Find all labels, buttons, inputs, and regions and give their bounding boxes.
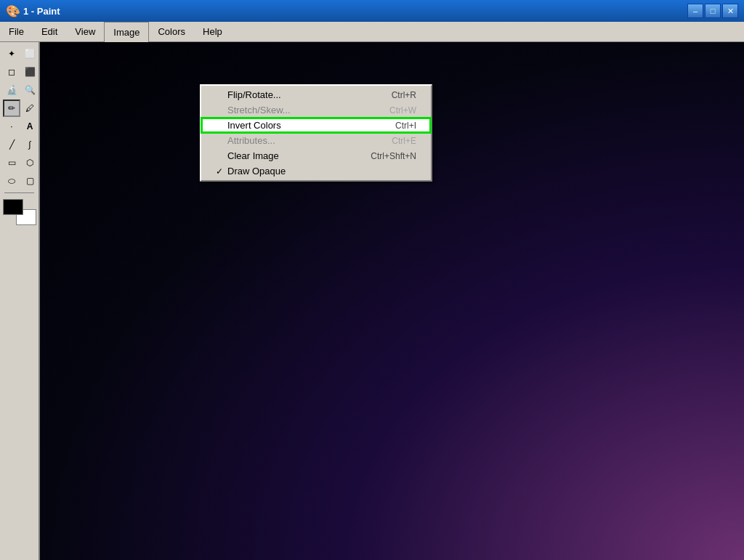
close-button[interactable]: ✕ [722, 4, 738, 18]
tool-ellipse[interactable]: ⬭ [3, 172, 20, 190]
invert-colors-shortcut: Ctrl+I [395, 121, 416, 131]
app-icon: 🎨 [6, 4, 19, 17]
tool-rect[interactable]: ▭ [3, 154, 20, 171]
menu-item-attributes[interactable]: Attributes... Ctrl+E [201, 133, 431, 148]
draw-opaque-label: Draw Opaque [227, 166, 395, 176]
menu-edit[interactable]: Edit [33, 22, 66, 41]
tool-curve[interactable]: ∫ [21, 136, 39, 153]
menu-bar: File Edit View Image Colors Help [0, 22, 744, 42]
tool-fill[interactable]: ⬛ [21, 63, 39, 81]
menu-item-stretch-skew[interactable]: Stretch/Skew... Ctrl+W [201, 102, 431, 118]
tool-magnify[interactable]: 🔍 [21, 81, 39, 99]
tool-spray[interactable]: · [3, 118, 20, 135]
attributes-label: Attributes... [227, 135, 370, 146]
invert-colors-label: Invert Colors [227, 120, 373, 131]
tool-select-free[interactable]: ✦ [3, 45, 20, 62]
menu-item-draw-opaque[interactable]: ✓ Draw Opaque [201, 163, 431, 179]
tool-rounded-rect[interactable]: ▢ [21, 172, 39, 190]
tool-eyedropper[interactable]: 🔬 [3, 81, 20, 99]
menu-item-flip-rotate[interactable]: Flip/Rotate... Ctrl+R [201, 87, 431, 102]
title-bar-text: 1 - Paint [23, 6, 683, 17]
tool-brush[interactable]: 🖊 [21, 100, 39, 117]
tool-eraser[interactable]: ◻ [3, 63, 20, 81]
image-dropdown-menu: Flip/Rotate... Ctrl+R Stretch/Skew... Ct… [200, 84, 432, 182]
menu-file[interactable]: File [0, 22, 33, 41]
menu-help[interactable]: Help [194, 22, 231, 41]
clear-image-label: Clear Image [227, 150, 349, 161]
canvas-area[interactable]: Flip/Rotate... Ctrl+R Stretch/Skew... Ct… [40, 42, 744, 560]
flip-rotate-shortcut: Ctrl+R [392, 90, 416, 100]
tool-text[interactable]: A [21, 118, 39, 135]
minimize-button[interactable]: – [687, 4, 703, 18]
toolbar: ✦ ⬜ ◻ ⬛ 🔬 🔍 ✏ 🖊 · A ╱ ∫ ▭ ⬡ ⬭ ▢ [0, 42, 40, 560]
toolbar-divider [4, 192, 34, 193]
window-controls: – □ ✕ [687, 4, 738, 18]
maximize-button[interactable]: □ [705, 4, 721, 18]
check-draw-opaque: ✓ [216, 166, 227, 176]
tool-select-rect[interactable]: ⬜ [21, 45, 39, 62]
tool-pencil[interactable]: ✏ [3, 100, 20, 117]
menu-view[interactable]: View [66, 22, 104, 41]
tool-line[interactable]: ╱ [3, 136, 20, 153]
tool-grid: ✦ ⬜ ◻ ⬛ 🔬 🔍 ✏ 🖊 · A ╱ ∫ ▭ ⬡ ⬭ ▢ [3, 45, 36, 190]
flip-rotate-label: Flip/Rotate... [227, 89, 370, 100]
title-bar: 🎨 1 - Paint – □ ✕ [0, 0, 744, 22]
menu-item-invert-colors[interactable]: Invert Colors Ctrl+I [201, 118, 431, 133]
stretch-skew-label: Stretch/Skew... [227, 105, 368, 115]
menu-item-clear-image[interactable]: Clear Image Ctrl+Shft+N [201, 148, 431, 163]
color-preview [3, 199, 36, 225]
app-container: ✦ ⬜ ◻ ⬛ 🔬 🔍 ✏ 🖊 · A ╱ ∫ ▭ ⬡ ⬭ ▢ [0, 42, 744, 560]
foreground-color[interactable] [3, 199, 23, 215]
menu-image[interactable]: Image [104, 22, 149, 42]
menu-colors[interactable]: Colors [149, 22, 194, 41]
clear-image-shortcut: Ctrl+Shft+N [371, 151, 416, 161]
tool-polygon[interactable]: ⬡ [21, 154, 39, 171]
attributes-shortcut: Ctrl+E [392, 136, 416, 146]
stretch-skew-shortcut: Ctrl+W [389, 105, 416, 115]
